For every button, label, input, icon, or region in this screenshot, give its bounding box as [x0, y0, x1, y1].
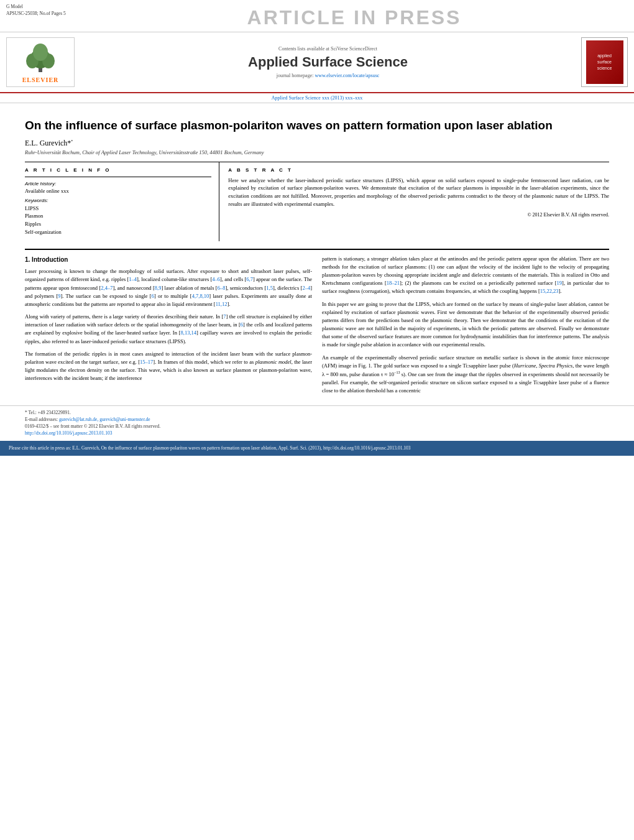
- info-abstract-grid: A R T I C L E I N F O Article history: A…: [25, 162, 609, 241]
- abstract-text: Here we analyze whether the laser-induce…: [228, 177, 609, 208]
- journal-logo-right: appliedsurfacescience: [581, 37, 628, 87]
- ref-11-12[interactable]: 11,12: [216, 301, 227, 307]
- ref-4-7-8-10[interactable]: 4,7,8,10: [192, 293, 209, 299]
- ref-18-21[interactable]: 18–21: [387, 280, 400, 286]
- ref-7b[interactable]: 7: [223, 313, 226, 320]
- homepage-link[interactable]: www.elsevier.com/locate/apsusc: [315, 73, 379, 78]
- article-in-press-banner: ARTICLE IN PRESS: [81, 4, 628, 29]
- col-left: 1. Introduction Laser processing is know…: [25, 255, 312, 400]
- doi-link[interactable]: http://dx.doi.org/10.1016/j.apsusc.2013.…: [25, 430, 113, 436]
- body-para-r1: pattern is stationary, a stronger ablati…: [322, 255, 609, 296]
- body-para-r3: An example of the experimentally observe…: [322, 354, 609, 395]
- doi-line: Applied Surface Science xxx (2013) xxx–x…: [0, 93, 634, 103]
- available-label: Available online xxx: [25, 188, 211, 194]
- issn-line: 0169-4332/$ – see front matter © 2012 El…: [25, 423, 609, 429]
- abstract-col: A B S T R A C T Here we analyze whether …: [219, 162, 609, 241]
- journal-logo-image: appliedsurfacescience: [586, 40, 623, 84]
- ref-15-22-23[interactable]: 15,22,23: [540, 288, 559, 294]
- abstract-label: A B S T R A C T: [228, 167, 609, 173]
- email-link[interactable]: gurevich@lat.ruh.de, gurevich@uni-muenst…: [59, 417, 150, 422]
- ref-19[interactable]: 19: [557, 280, 563, 286]
- elsevier-tree-icon: [19, 41, 62, 75]
- journal-doi-text: Applied Surface Science xxx (2013) xxx–x…: [272, 95, 362, 101]
- apsusc-label: APSUSC-25038; No.of Pages 5: [6, 11, 81, 17]
- article-info-label: A R T I C L E I N F O: [25, 167, 211, 173]
- footnote-email-line: E-mail addresses: gurevich@lat.ruh.de, g…: [25, 417, 609, 422]
- col-right: pattern is stationary, a stronger ablati…: [322, 255, 609, 400]
- author-name: E.L. Gurevich**: [25, 139, 609, 148]
- article-content: On the influence of surface plasmon-pola…: [0, 103, 634, 405]
- keyword-lipss: LIPSS: [25, 205, 211, 213]
- bottom-bar-text: Please cite this article in press as: E.…: [9, 445, 411, 451]
- ref-2-4[interactable]: 2–4: [302, 285, 310, 291]
- copyright-line: © 2012 Elsevier B.V. All rights reserved…: [228, 212, 609, 218]
- footnote-star-text: * Tel.: +49 2343229891.: [25, 410, 71, 415]
- keyword-plasmon: Plasmon: [25, 212, 211, 220]
- sciverse-text: Contents lists available at SciVerse Sci…: [278, 46, 377, 52]
- ref-6-7[interactable]: 6,7: [246, 276, 253, 282]
- ref-6[interactable]: 6: [152, 293, 154, 299]
- keyword-selforg: Self-organization: [25, 228, 211, 236]
- journal-title: Applied Surface Science: [248, 54, 408, 70]
- body-para-2: Along with variety of patterns, there is…: [25, 313, 312, 346]
- ref-4-6[interactable]: 4–6: [212, 276, 220, 282]
- ref-6-8[interactable]: 6–8: [218, 285, 226, 291]
- journal-header: ELSEVIER Contents lists available at Sci…: [0, 32, 634, 93]
- article-info-col: A R T I C L E I N F O Article history: A…: [25, 162, 219, 241]
- sciverse-line: Contents lists available at SciVerse Sci…: [278, 46, 377, 52]
- ref-15-17[interactable]: 15–17: [140, 359, 153, 365]
- bottom-bar: Please cite this article in press as: E.…: [0, 441, 634, 455]
- article-title: On the influence of surface plasmon-pola…: [25, 118, 609, 134]
- gmodel-info: G Model APSUSC-25038; No.of Pages 5: [6, 4, 81, 17]
- elsevier-name-label: ELSEVIER: [22, 76, 59, 83]
- two-col-body: 1. Introduction Laser processing is know…: [25, 255, 609, 400]
- journal-center: Contents lists available at SciVerse Sci…: [81, 37, 575, 87]
- divider: [25, 249, 609, 250]
- author-affiliation: Ruhr-Universität Bochum, Chair of Applie…: [25, 149, 609, 155]
- ref-2-4-7[interactable]: 2,4–7: [101, 285, 113, 291]
- article-footer: * Tel.: +49 2343229891. E-mail addresses…: [0, 405, 634, 441]
- svg-point-4: [33, 44, 48, 61]
- section1-heading: 1. Introduction: [25, 255, 312, 265]
- gmodel-label: G Model: [6, 4, 81, 11]
- body-para-r2: In this paper we are going to prove that…: [322, 300, 609, 349]
- ref-1-4[interactable]: 1–4: [129, 276, 137, 282]
- history-label: Article history:: [25, 181, 211, 187]
- elsevier-logo: ELSEVIER: [6, 37, 75, 87]
- email-label: E-mail addresses:: [25, 417, 58, 422]
- doi-line-footer: http://dx.doi.org/10.1016/j.apsusc.2013.…: [25, 430, 609, 436]
- ref-8-9[interactable]: 8,9: [155, 285, 162, 291]
- ref-8-13-14[interactable]: 8,13,14: [181, 330, 197, 336]
- footnote-star-line: * Tel.: +49 2343229891.: [25, 410, 609, 415]
- keywords-label: Keywords:: [25, 198, 211, 203]
- journal-homepage: journal homepage: www.elsevier.com/locat…: [277, 73, 380, 78]
- body-para-3: The formation of the periodic ripples is…: [25, 350, 312, 383]
- author-star: *: [71, 139, 73, 143]
- ref-9[interactable]: 9: [58, 293, 60, 299]
- body-para-1: Laser processing is known to change the …: [25, 267, 312, 308]
- ref-1-5[interactable]: 1,5: [266, 285, 273, 291]
- ref-6b[interactable]: 6: [241, 321, 243, 328]
- author-name-text: E.L. Gurevich*: [25, 139, 71, 147]
- keyword-ripples: Ripples: [25, 220, 211, 228]
- top-header: G Model APSUSC-25038; No.of Pages 5 ARTI…: [0, 0, 634, 32]
